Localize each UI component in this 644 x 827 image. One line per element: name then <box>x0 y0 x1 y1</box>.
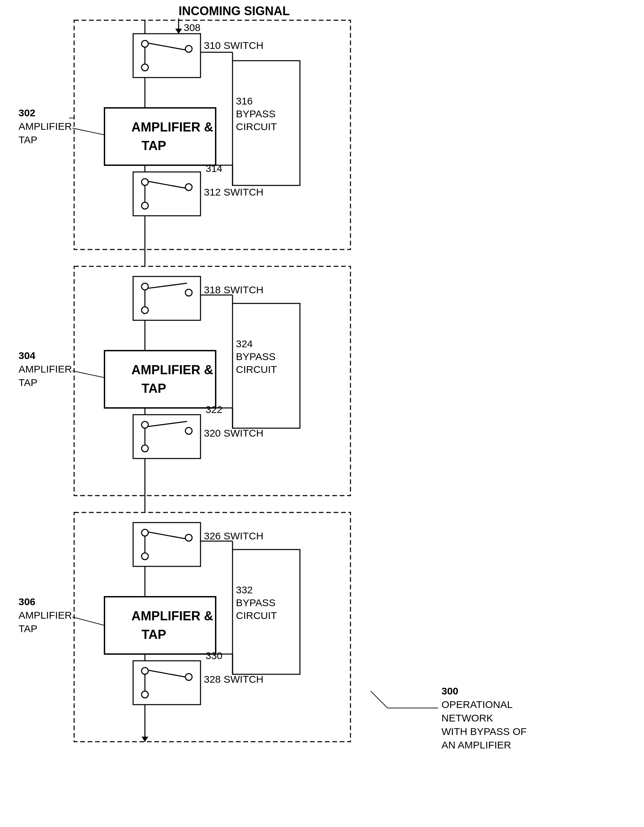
label-304-tap: TAP <box>19 377 37 388</box>
label-300-line1: OPERATIONAL <box>441 699 513 710</box>
label-308: 308 <box>184 22 201 33</box>
svg-line-33 <box>148 283 187 288</box>
svg-rect-0 <box>74 20 351 250</box>
svg-point-19 <box>142 202 148 209</box>
label-302-tap: TAP <box>19 134 37 145</box>
diagram: INCOMING SIGNAL 308 310 SWITCH AMPLIFI <box>0 0 644 827</box>
svg-point-68 <box>142 691 148 698</box>
label-322: 322 <box>206 404 222 415</box>
svg-point-67 <box>142 668 148 674</box>
label-302-amp: AMPLIFIER <box>19 121 72 132</box>
svg-line-21 <box>148 181 186 188</box>
label-314: 314 <box>206 163 222 174</box>
svg-point-6 <box>186 45 192 52</box>
svg-point-18 <box>142 179 148 186</box>
svg-point-43 <box>142 421 148 428</box>
svg-line-57 <box>148 532 186 539</box>
label-306-tap: TAP <box>19 623 37 634</box>
label-316-num: 316 <box>236 95 253 106</box>
label-324-circuit: CIRCUIT <box>236 364 277 375</box>
svg-marker-74 <box>142 736 148 742</box>
amp-tap-1-line2: TAP <box>142 139 166 153</box>
label-332-num: 332 <box>236 584 253 595</box>
svg-rect-17 <box>133 172 201 216</box>
label-304-amp: AMPLIFIER <box>19 364 72 374</box>
label-316-circuit: CIRCUIT <box>236 121 277 132</box>
amp-tap-1-line1: AMPLIFIER & <box>131 120 213 134</box>
svg-rect-66 <box>133 661 201 705</box>
svg-rect-29 <box>133 276 201 320</box>
label-316-bypass: BYPASS <box>236 108 276 119</box>
label-324-num: 324 <box>236 338 253 349</box>
svg-point-44 <box>142 445 148 452</box>
svg-point-56 <box>186 534 192 541</box>
svg-point-69 <box>186 674 192 680</box>
label-324-bypass: BYPASS <box>236 351 276 362</box>
svg-point-32 <box>186 289 192 296</box>
svg-rect-3 <box>133 34 201 78</box>
svg-point-4 <box>142 41 148 47</box>
amp-tap-2-line1: AMPLIFIER & <box>131 363 213 377</box>
svg-marker-2 <box>175 29 182 34</box>
label-326: 326 SWITCH <box>204 531 264 541</box>
label-300-line4: AN AMPLIFIER <box>441 740 511 751</box>
svg-rect-53 <box>133 523 201 566</box>
svg-rect-11 <box>104 108 216 165</box>
label-304-num: 304 <box>19 350 35 361</box>
svg-rect-36 <box>104 351 216 408</box>
svg-line-77 <box>371 691 388 708</box>
label-300-line3: WITH BYPASS OF <box>441 726 527 737</box>
svg-point-55 <box>142 553 148 560</box>
svg-point-45 <box>186 428 192 434</box>
svg-point-30 <box>142 283 148 290</box>
svg-point-20 <box>186 184 192 190</box>
label-302-num: 302 <box>19 107 35 119</box>
label-332-circuit: CIRCUIT <box>236 610 277 621</box>
svg-rect-42 <box>133 415 201 459</box>
svg-rect-51 <box>74 512 351 742</box>
label-306-amp: AMPLIFIER <box>19 610 72 621</box>
label-306-num: 306 <box>19 596 35 607</box>
label-330: 330 <box>206 650 222 661</box>
amp-tap-2-line2: TAP <box>142 381 166 395</box>
label-318: 318 SWITCH <box>204 284 264 295</box>
label-328: 328 SWITCH <box>204 674 264 685</box>
svg-point-31 <box>142 307 148 314</box>
label-320: 320 SWITCH <box>204 428 264 438</box>
amp-tap-3-line1: AMPLIFIER & <box>131 609 213 623</box>
svg-line-26 <box>72 128 104 135</box>
svg-line-46 <box>148 421 187 426</box>
svg-point-54 <box>142 529 148 536</box>
label-300-line2: NETWORK <box>441 712 493 724</box>
label-300-num: 300 <box>441 685 458 696</box>
label-312: 312 SWITCH <box>204 186 264 198</box>
incoming-signal-label: INCOMING SIGNAL <box>179 4 290 18</box>
svg-line-70 <box>148 670 186 677</box>
label-332-bypass: BYPASS <box>236 597 276 608</box>
label-310: 310 SWITCH <box>204 40 264 51</box>
svg-point-5 <box>142 64 148 71</box>
svg-line-7 <box>148 43 186 50</box>
amp-tap-3-line2: TAP <box>142 627 166 641</box>
svg-line-75 <box>72 617 104 626</box>
svg-line-50 <box>72 371 104 378</box>
svg-rect-60 <box>104 597 216 654</box>
svg-rect-27 <box>74 266 351 496</box>
